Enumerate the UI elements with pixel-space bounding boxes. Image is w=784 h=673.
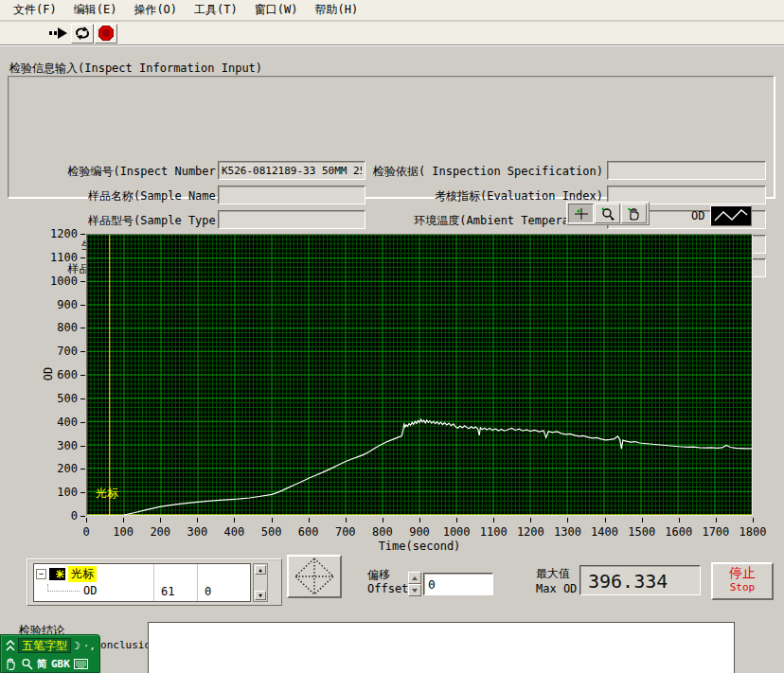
- y-tick-mark: [80, 422, 85, 423]
- ime-collapse-button[interactable]: [4, 639, 16, 653]
- ime-keyboard-icon[interactable]: [74, 659, 88, 669]
- stop-button[interactable]: 停止 Stop: [711, 562, 774, 600]
- x-tick-mark: [346, 518, 347, 522]
- x-tick-label: 1200: [511, 525, 549, 539]
- inspect-info-panel: 检验编号(Inspect Number) 样品名称(Sample Name) 样…: [8, 76, 775, 198]
- cursor-series-row[interactable]: OD: [47, 583, 97, 598]
- y-tick-mark: [80, 281, 85, 282]
- cursor-list[interactable]: − 光标 OD 61 0: [33, 563, 251, 602]
- cursor-legend-panel: − 光标 OD 61 0 ▲ ▼: [27, 558, 282, 606]
- offset-decrement-button[interactable]: [408, 584, 421, 596]
- inspect-number-field[interactable]: [218, 161, 365, 180]
- ime-charset-label[interactable]: GBK: [51, 658, 70, 670]
- cursor-y-value: 0: [205, 585, 211, 598]
- y-tick-label: 500: [28, 392, 78, 405]
- tree-line: [47, 584, 80, 592]
- x-tick-label: 1800: [734, 525, 772, 539]
- tree-collapse-button[interactable]: −: [36, 569, 46, 579]
- y-tick-mark: [80, 446, 85, 447]
- x-tick-label: 200: [141, 525, 179, 539]
- x-tick-label: 1600: [660, 525, 698, 539]
- scroll-down-button[interactable]: ▼: [255, 591, 266, 600]
- max-od-value: 396.334: [579, 565, 701, 595]
- run-continuous-button[interactable]: [71, 24, 94, 44]
- ime-method-name[interactable]: 五笔字型: [18, 638, 71, 653]
- menu-help[interactable]: 帮助(H): [307, 0, 365, 20]
- x-tick-mark: [642, 518, 643, 522]
- zoom-tool-button[interactable]: [595, 204, 620, 223]
- menu-tools[interactable]: 工具(T): [187, 0, 245, 20]
- x-tick-mark: [383, 518, 383, 522]
- y-tick-mark: [80, 398, 85, 399]
- ime-hand-icon[interactable]: [5, 658, 17, 670]
- offset-field[interactable]: [423, 573, 493, 595]
- y-tick-label: 1200: [28, 227, 78, 240]
- cursor-x-value: 61: [161, 585, 174, 598]
- y-tick-label: 200: [28, 462, 78, 475]
- x-tick-label: 900: [401, 525, 438, 539]
- y-tick-label: 900: [28, 298, 78, 311]
- cursor-name[interactable]: 光标: [68, 566, 97, 582]
- y-tick-label: 300: [28, 439, 78, 452]
- x-tick-label: 600: [290, 525, 328, 539]
- x-tick-mark: [419, 518, 420, 522]
- run-button[interactable]: [47, 24, 70, 44]
- abort-button[interactable]: [95, 24, 117, 44]
- app-window: 文件(F) 编辑(E) 操作(O) 工具(T) 窗口(W) 帮助(H): [0, 0, 784, 673]
- y-tick-label: 600: [28, 368, 78, 381]
- x-tick-label: 1500: [623, 525, 661, 539]
- x-tick-mark: [530, 518, 531, 522]
- y-tick-mark: [80, 328, 85, 328]
- x-tick-label: 400: [215, 525, 253, 539]
- conclusion-textarea[interactable]: [148, 622, 735, 673]
- x-tick-mark: [679, 518, 680, 522]
- cursor-tool-button[interactable]: [568, 204, 594, 223]
- offset-increment-button[interactable]: [408, 572, 421, 584]
- cursor-style-icon[interactable]: [49, 568, 65, 580]
- x-tick-mark: [753, 518, 754, 522]
- x-tick-mark: [86, 518, 87, 522]
- sample-name-label: 样品名称(Sample Name): [88, 188, 223, 204]
- loop-arrows-icon: [75, 27, 90, 40]
- graph-palette: [566, 202, 650, 225]
- sample-type-field[interactable]: [218, 210, 365, 229]
- plot-area[interactable]: [86, 234, 753, 516]
- x-tick-mark: [493, 518, 494, 522]
- legend-series-label: OD: [691, 209, 710, 222]
- cursor-mover-button[interactable]: [287, 555, 342, 598]
- scroll-up-button[interactable]: ▲: [255, 565, 266, 575]
- legend-line-swatch: [710, 205, 752, 226]
- x-tick-label: 1100: [474, 525, 512, 539]
- cursor-label[interactable]: 光标: [96, 486, 118, 502]
- x-tick-mark: [605, 518, 606, 522]
- x-tick-mark: [160, 518, 161, 522]
- offset-label: 偏移 Offset: [367, 568, 408, 596]
- y-tick-mark: [80, 351, 85, 352]
- menu-file[interactable]: 文件(F): [6, 0, 64, 20]
- ime-fullhalf-moon-icon[interactable]: ☽: [74, 640, 80, 652]
- menu-window[interactable]: 窗口(W): [247, 0, 306, 20]
- y-tick-mark: [80, 492, 85, 493]
- inspection-spec-field[interactable]: [607, 161, 766, 180]
- y-tick-label: 0: [28, 509, 78, 522]
- diamond-nav-icon: [294, 557, 335, 596]
- cursor-list-scrollbar[interactable]: ▲ ▼: [253, 563, 268, 602]
- sample-name-field[interactable]: [218, 186, 365, 204]
- toolbar: [0, 22, 784, 45]
- x-tick-mark: [716, 518, 717, 522]
- pan-tool-button[interactable]: [621, 204, 647, 223]
- plot-legend[interactable]: OD: [691, 204, 752, 226]
- ime-magnifier-icon[interactable]: [21, 658, 33, 670]
- crosshair-icon: [574, 207, 589, 221]
- menu-operate[interactable]: 操作(O): [126, 0, 185, 20]
- x-tick-label: 500: [253, 525, 291, 539]
- x-tick-label: 300: [178, 525, 216, 539]
- x-tick-label: 1700: [697, 525, 735, 539]
- menu-edit[interactable]: 编辑(E): [66, 0, 125, 20]
- inspection-spec-label: 检验依据( Inspection Specification): [373, 164, 603, 180]
- x-tick-label: 1400: [586, 525, 624, 539]
- x-tick-label: 700: [327, 525, 365, 539]
- ime-punctuation-icon[interactable]: ·,: [83, 640, 96, 652]
- ime-simplified-toggle[interactable]: 简: [37, 657, 47, 671]
- x-tick-label: 1300: [548, 525, 586, 539]
